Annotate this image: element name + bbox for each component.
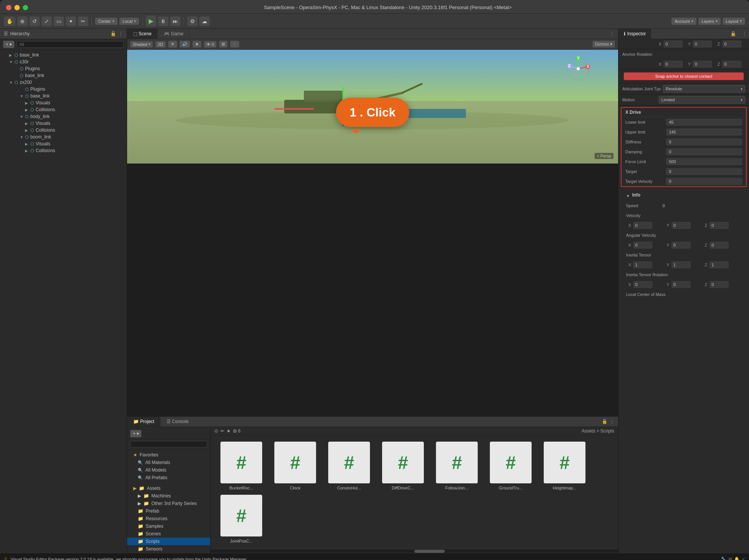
- prefab-item[interactable]: 📁 Prefab: [127, 507, 210, 515]
- upper-limit-input[interactable]: [666, 129, 742, 135]
- asset-scrollbar[interactable]: [211, 549, 618, 553]
- scale-tool[interactable]: ⤢: [41, 16, 52, 26]
- list-item[interactable]: ▼ ⬡ zx200: [0, 79, 127, 86]
- tab-scene[interactable]: ⬚ Scene: [127, 29, 158, 39]
- status-icon-1[interactable]: 🔧: [721, 557, 726, 560]
- info-collapse-icon[interactable]: ▼: [626, 194, 630, 198]
- scenes-item[interactable]: 📁 Scenes: [127, 530, 210, 538]
- scene-view[interactable]: X Y Z < Persp 1 . Click: [127, 50, 618, 164]
- collab-icon[interactable]: ⚙: [187, 16, 198, 26]
- insp-dots-icon[interactable]: ⋮: [740, 31, 749, 36]
- lower-limit-input[interactable]: [666, 119, 742, 126]
- hierarchy-lock-icon[interactable]: 🔓: [110, 31, 116, 36]
- services-icon[interactable]: ☁: [199, 16, 210, 26]
- tab-project[interactable]: 📁 Project: [127, 417, 160, 426]
- status-icon-3[interactable]: 🔔: [734, 557, 740, 560]
- center-dropdown[interactable]: Center ▾: [95, 17, 118, 25]
- pause-button[interactable]: ⏸: [158, 16, 168, 26]
- tab-game[interactable]: 🎮 Game: [158, 29, 190, 39]
- hide-btn[interactable]: 👁 0: [204, 41, 217, 48]
- list-item[interactable]: ⬡ base_link: [0, 72, 127, 79]
- gizmo-dropdown[interactable]: Gizmos ▾: [592, 41, 615, 48]
- minimize-button[interactable]: [14, 5, 20, 10]
- hand-tool[interactable]: ✋: [4, 16, 16, 26]
- layers-dropdown[interactable]: Layers ▾: [698, 17, 721, 25]
- hierarchy-search-input[interactable]: [17, 41, 124, 48]
- anchor-x-input[interactable]: [664, 41, 683, 47]
- list-item[interactable]: ▶ ⬡ Collisions: [0, 127, 127, 134]
- step-button[interactable]: ⏭: [170, 16, 181, 26]
- asset-item[interactable]: # BucketRoc...: [217, 442, 266, 490]
- target-velocity-input[interactable]: [666, 178, 742, 185]
- list-item[interactable]: ⬡ Plugins: [0, 65, 127, 72]
- asset-item[interactable]: # JointPosC...: [217, 495, 266, 543]
- local-dropdown[interactable]: Local ▾: [119, 17, 139, 25]
- project-search-input[interactable]: [130, 441, 207, 448]
- list-item[interactable]: ▶ ⬡ Visuals: [0, 120, 127, 127]
- it-y-input[interactable]: [672, 261, 691, 268]
- grid-btn[interactable]: ⊞: [219, 41, 228, 48]
- ir-z-input[interactable]: [710, 281, 729, 288]
- 2d-button[interactable]: 2D: [155, 41, 166, 48]
- ir-x-input[interactable]: [633, 281, 652, 288]
- play-button[interactable]: ▶: [146, 16, 156, 27]
- force-limit-input[interactable]: [666, 158, 742, 165]
- fx-btn[interactable]: ★: [192, 41, 201, 48]
- list-item[interactable]: ▼ ⬡ body_link: [0, 113, 127, 120]
- target-input[interactable]: [666, 168, 742, 175]
- ir-y-input[interactable]: [672, 281, 691, 288]
- all-prefabs-item[interactable]: 🔍 All Prefabs: [127, 474, 210, 481]
- project-add-button[interactable]: + ▾: [130, 430, 142, 437]
- resources-item[interactable]: 📁 Resources: [127, 515, 210, 522]
- asset-item[interactable]: # Clock: [271, 442, 320, 490]
- damping-input[interactable]: [666, 148, 742, 155]
- lock-icon[interactable]: 🔓: [602, 419, 607, 424]
- all-models-item[interactable]: 🔍 All Models: [127, 466, 210, 474]
- close-button[interactable]: [6, 5, 11, 10]
- it-x-input[interactable]: [633, 261, 652, 268]
- list-item[interactable]: ▶ ⬡ Collisions: [0, 147, 127, 154]
- lighting-btn[interactable]: ☀: [168, 41, 177, 48]
- list-item[interactable]: ▶ ⬡ Collisions: [0, 106, 127, 113]
- rot-z-input[interactable]: [722, 61, 741, 68]
- status-icon-2[interactable]: ✉: [729, 557, 732, 560]
- breadcrumb-icon-2[interactable]: ✏: [220, 428, 224, 434]
- ang-vel-y-input[interactable]: [672, 242, 691, 249]
- joint-type-dropdown[interactable]: Revolute ▾: [663, 85, 745, 93]
- hierarchy-add-button[interactable]: + ▾: [3, 41, 14, 48]
- vel-y-input[interactable]: [672, 222, 691, 229]
- rot-x-input[interactable]: [664, 61, 683, 68]
- inspector-tab-active[interactable]: ℹ Inspector: [618, 29, 651, 39]
- rotate-tool[interactable]: ↺: [29, 16, 40, 26]
- samples-item[interactable]: 📁 Samples: [127, 522, 210, 530]
- list-item[interactable]: ▼ ⬡ c30r: [0, 58, 127, 65]
- shading-dropdown[interactable]: Shaded ▾: [130, 41, 153, 48]
- maximize-button[interactable]: [23, 5, 28, 10]
- breadcrumb-icon-3[interactable]: ★: [227, 428, 231, 434]
- audio-btn[interactable]: 🔊: [179, 41, 190, 48]
- all-materials-item[interactable]: 🔍 All Materials: [127, 459, 210, 466]
- stiffness-input[interactable]: [666, 138, 742, 145]
- layout-dropdown[interactable]: Layout ▾: [722, 17, 745, 25]
- hierarchy-dots-icon[interactable]: ⋮: [118, 31, 123, 36]
- asset-item[interactable]: # GroundTru...: [486, 442, 535, 490]
- asset-item[interactable]: # FollowJoin...: [432, 442, 482, 490]
- ang-vel-x-input[interactable]: [633, 242, 652, 249]
- status-icon-4[interactable]: ✓: [742, 557, 745, 560]
- asset-item[interactable]: # Heightmap...: [540, 442, 589, 490]
- list-item[interactable]: ⬡ Plugins: [0, 86, 127, 93]
- sensors-item[interactable]: 📁 Sensors: [127, 545, 210, 553]
- favorites-item[interactable]: ★ Favorites: [127, 451, 210, 459]
- other-3rd-item[interactable]: ▶ 📁 Other 3rd Party Series: [127, 500, 210, 507]
- transform-tool[interactable]: ✦: [66, 16, 76, 26]
- scripts-item[interactable]: 📁 Scripts: [127, 538, 210, 545]
- assets-item[interactable]: ▶ 📁 Assets: [127, 484, 210, 492]
- rect-tool[interactable]: ▭: [54, 16, 64, 26]
- vel-z-input[interactable]: [710, 222, 729, 229]
- anchor-z-input[interactable]: [722, 41, 741, 47]
- dots-icon[interactable]: ⋮: [610, 419, 614, 424]
- list-item[interactable]: ▼ ⬡ base_link: [0, 93, 127, 99]
- more-btn[interactable]: ⋮: [230, 41, 239, 48]
- list-item[interactable]: ▼ ⬡ boom_link: [0, 134, 127, 140]
- insp-lock-icon[interactable]: 🔓: [727, 31, 740, 36]
